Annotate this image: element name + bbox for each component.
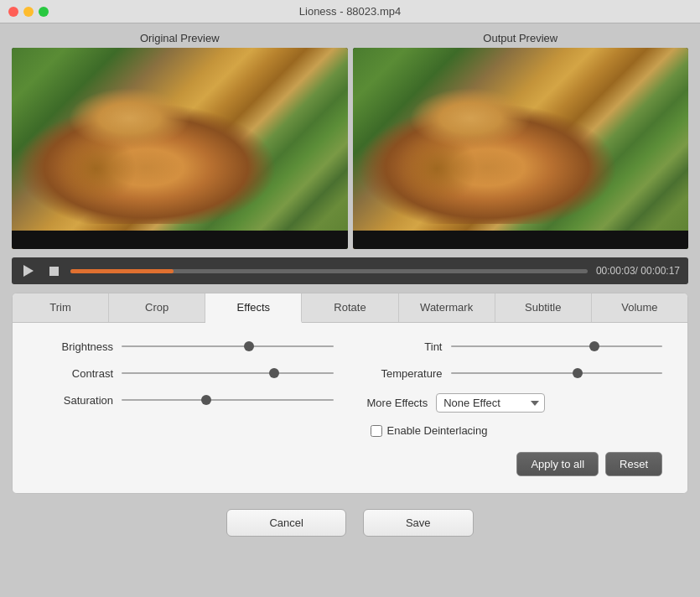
deinterlace-label: Enable Deinterlacing: [387, 424, 488, 437]
progress-fill: [70, 269, 174, 273]
temperature-slider[interactable]: [451, 366, 663, 380]
original-video-image: [12, 48, 348, 249]
tab-trim[interactable]: Trim: [13, 293, 109, 322]
apply-to-all-button[interactable]: Apply to all: [516, 452, 599, 476]
output-preview-label: Output Preview: [353, 32, 689, 44]
window-controls[interactable]: [8, 7, 49, 17]
saturation-thumb[interactable]: [201, 395, 211, 405]
play-button[interactable]: [20, 262, 37, 279]
window-title: Lioness - 88023.mp4: [299, 5, 401, 18]
brightness-slider[interactable]: [122, 340, 334, 353]
stop-button[interactable]: [45, 262, 62, 279]
tint-track: [451, 345, 663, 347]
tint-label: Tint: [367, 340, 443, 353]
minimize-button[interactable]: [23, 7, 34, 17]
close-button[interactable]: [8, 7, 18, 17]
cancel-button[interactable]: Cancel: [226, 509, 345, 537]
save-button[interactable]: Save: [363, 509, 474, 537]
more-effects-label: More Effects: [367, 397, 428, 409]
temperature-label: Temperature: [367, 367, 443, 380]
tab-effects[interactable]: Effects: [205, 293, 302, 323]
contrast-row: Contrast: [38, 366, 334, 380]
contrast-thumb[interactable]: [269, 368, 279, 378]
brightness-label: Brightness: [38, 340, 113, 353]
original-preview-label: Original Preview: [12, 32, 348, 44]
tab-rotate[interactable]: Rotate: [302, 293, 398, 322]
left-controls: Brightness Contrast: [38, 340, 334, 449]
original-video-frame: [12, 48, 348, 249]
time-display: 00:00:03/ 00:00:17: [596, 265, 680, 277]
saturation-slider[interactable]: [122, 393, 334, 407]
tabs-panel: Trim Crop Effects Rotate Watermark Subti…: [12, 293, 688, 494]
original-preview-panel: Original Preview: [12, 32, 348, 249]
saturation-label: Saturation: [38, 394, 113, 407]
controls-grid: Brightness Contrast: [38, 340, 662, 449]
output-video-bottom-bar: [353, 231, 689, 249]
tint-slider[interactable]: [451, 340, 663, 353]
stop-icon: [49, 267, 59, 276]
more-effects-row: More Effects None Effect Black & White S…: [367, 393, 663, 413]
footer-actions: Cancel Save: [12, 502, 688, 540]
right-controls: Tint Temperature: [367, 340, 663, 449]
tab-watermark[interactable]: Watermark: [399, 293, 495, 322]
tabs-header: Trim Crop Effects Rotate Watermark Subti…: [13, 293, 687, 323]
tab-volume[interactable]: Volume: [592, 293, 687, 322]
output-video-frame: [353, 48, 689, 249]
main-content: Original Preview Output Preview 00:00:03…: [0, 23, 700, 552]
tint-thumb[interactable]: [589, 341, 599, 351]
temperature-thumb[interactable]: [573, 368, 583, 378]
more-effects-select[interactable]: None Effect Black & White Sepia Negative…: [436, 393, 545, 413]
tab-crop[interactable]: Crop: [109, 293, 205, 322]
play-icon: [23, 265, 34, 277]
brightness-thumb[interactable]: [244, 341, 254, 351]
brightness-row: Brightness: [38, 340, 334, 353]
deinterlace-checkbox[interactable]: [371, 425, 382, 437]
contrast-track: [122, 372, 334, 374]
tab-actions: Apply to all Reset: [38, 452, 662, 476]
saturation-track: [122, 399, 334, 401]
output-video-image: [353, 48, 689, 249]
saturation-row: Saturation: [38, 393, 334, 407]
title-bar: Lioness - 88023.mp4: [0, 0, 700, 23]
brightness-track: [122, 345, 334, 347]
effects-tab-content: Brightness Contrast: [13, 323, 687, 493]
progress-track[interactable]: [70, 269, 588, 273]
tab-subtitle[interactable]: Subtitle: [495, 293, 592, 322]
playback-controls: 00:00:03/ 00:00:17: [12, 257, 688, 284]
original-video-bottom-bar: [12, 231, 348, 249]
contrast-label: Contrast: [38, 367, 113, 380]
deinterlace-row: Enable Deinterlacing: [371, 424, 663, 437]
temperature-track: [451, 372, 663, 374]
tint-row: Tint: [367, 340, 663, 353]
temperature-row: Temperature: [367, 366, 663, 380]
maximize-button[interactable]: [39, 7, 49, 17]
preview-section: Original Preview Output Preview: [12, 32, 688, 249]
contrast-slider[interactable]: [122, 366, 334, 380]
output-preview-panel: Output Preview: [353, 32, 689, 249]
reset-button[interactable]: Reset: [605, 452, 662, 476]
